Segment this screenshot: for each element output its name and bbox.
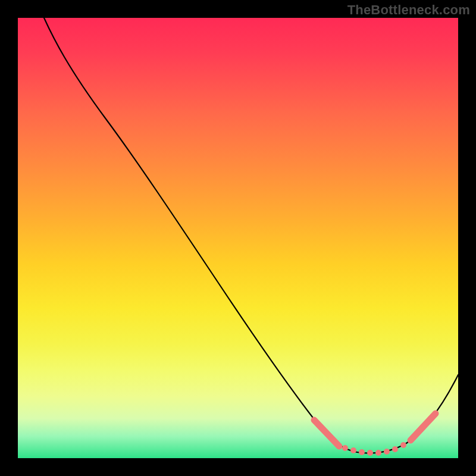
chart-frame: TheBottleneck.com [0, 0, 476, 476]
curve-path [44, 18, 458, 453]
plot-area [18, 18, 458, 458]
svg-point-3 [367, 450, 373, 456]
svg-point-6 [392, 446, 398, 452]
svg-point-0 [342, 445, 348, 451]
highlight-segment-left [314, 420, 339, 446]
svg-point-7 [400, 442, 406, 448]
svg-point-4 [375, 450, 381, 456]
bottleneck-curve [18, 18, 458, 458]
svg-point-5 [384, 449, 390, 455]
watermark-text: TheBottleneck.com [347, 2, 470, 18]
highlight-segment-right [411, 414, 436, 440]
svg-point-2 [359, 449, 365, 455]
svg-point-1 [350, 447, 356, 453]
